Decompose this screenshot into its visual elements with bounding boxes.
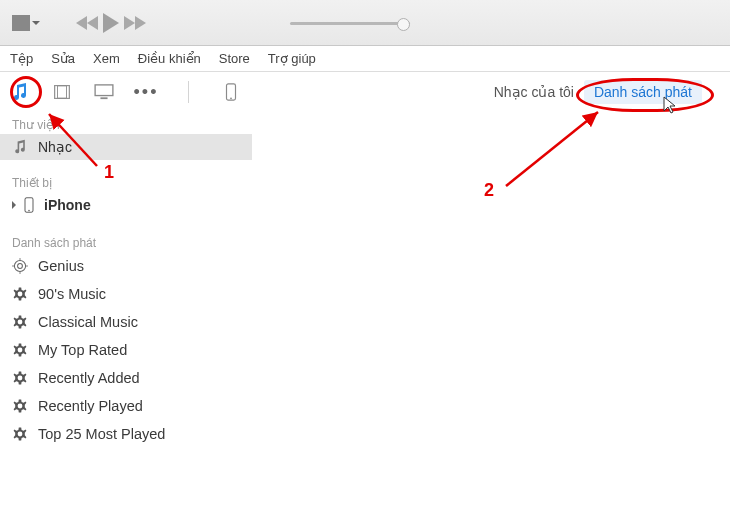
- sidebar-item-playlist[interactable]: 90's Music: [0, 280, 252, 308]
- sidebar-item-playlist[interactable]: Recently Added: [0, 364, 252, 392]
- sidebar-item-playlist[interactable]: Top 25 Most Played: [0, 420, 252, 448]
- sidebar-item-label: iPhone: [44, 197, 91, 213]
- svg-point-17: [18, 348, 23, 353]
- playlist-list: Genius 90's Music Classical Music My Top…: [0, 252, 252, 448]
- svg-point-19: [18, 404, 23, 409]
- sidebar-item-label: 90's Music: [38, 286, 106, 302]
- music-icon[interactable]: [10, 83, 30, 101]
- volume-slider[interactable]: [290, 22, 410, 25]
- sidebar-item-label: Classical Music: [38, 314, 138, 330]
- playback-controls: [76, 13, 146, 33]
- svg-point-18: [18, 376, 23, 381]
- sidebar-item-device[interactable]: iPhone: [0, 192, 252, 218]
- media-type-switcher: •••: [10, 81, 241, 103]
- play-icon[interactable]: [103, 13, 119, 33]
- tab-playlists[interactable]: Danh sách phát: [584, 80, 702, 104]
- sidebar-item-label: Top 25 Most Played: [38, 426, 165, 442]
- sidebar-item-playlist[interactable]: My Top Rated: [0, 336, 252, 364]
- svg-point-10: [14, 260, 25, 271]
- movies-icon[interactable]: [52, 83, 72, 101]
- sidebar-section-library: Thư viện: [0, 112, 252, 134]
- music-note-icon: [12, 139, 28, 155]
- sidebar-item-genius[interactable]: Genius: [0, 252, 252, 280]
- annotation-number-1: 1: [104, 162, 114, 183]
- separator: [188, 81, 189, 103]
- svg-rect-3: [95, 85, 113, 96]
- svg-point-6: [230, 97, 232, 99]
- svg-point-15: [18, 292, 23, 297]
- tab-my-music[interactable]: Nhạc của tôi: [494, 84, 574, 100]
- sidebar-item-label: My Top Rated: [38, 342, 127, 358]
- gear-icon: [12, 286, 28, 302]
- menu-file[interactable]: Tệp: [10, 51, 33, 66]
- sidebar-section-devices: Thiết bị: [0, 170, 252, 192]
- sidebar-item-music[interactable]: Nhạc: [0, 134, 252, 160]
- menu-view[interactable]: Xem: [93, 51, 120, 66]
- gear-icon: [12, 426, 28, 442]
- menu-edit[interactable]: Sửa: [51, 51, 75, 66]
- svg-point-20: [18, 432, 23, 437]
- gear-icon: [12, 342, 28, 358]
- sidebar-item-playlist[interactable]: Recently Played: [0, 392, 252, 420]
- svg-point-16: [18, 320, 23, 325]
- menu-controls[interactable]: Điều khiển: [138, 51, 201, 66]
- svg-rect-4: [100, 97, 107, 99]
- gear-icon: [12, 370, 28, 386]
- svg-point-9: [18, 264, 23, 269]
- menu-store[interactable]: Store: [219, 51, 250, 66]
- annotation-arrow-2: [502, 104, 612, 194]
- sidebar-item-label: Genius: [38, 258, 84, 274]
- svg-point-8: [28, 210, 30, 212]
- more-icon[interactable]: •••: [136, 83, 156, 101]
- device-icon[interactable]: [221, 83, 241, 101]
- sidebar-section-playlists: Danh sách phát: [0, 230, 252, 252]
- menu-help[interactable]: Trợ giúp: [268, 51, 316, 66]
- toolbar: ••• Nhạc của tôi Danh sách phát: [0, 72, 730, 112]
- previous-track-icon[interactable]: [76, 16, 87, 30]
- view-tabs: Nhạc của tôi Danh sách phát: [494, 80, 720, 104]
- sidebar-item-label: Recently Played: [38, 398, 143, 414]
- playback-bar: [0, 0, 730, 46]
- annotation-number-2: 2: [484, 180, 494, 201]
- tv-shows-icon[interactable]: [94, 83, 114, 101]
- gear-icon: [12, 314, 28, 330]
- cursor-icon: [663, 96, 679, 116]
- svg-rect-1: [55, 86, 58, 99]
- next-track-icon[interactable]: [135, 16, 146, 30]
- genius-icon: [12, 258, 28, 274]
- sidebar-item-label: Nhạc: [38, 139, 72, 155]
- gear-icon: [12, 398, 28, 414]
- sidebar-item-playlist[interactable]: Classical Music: [0, 308, 252, 336]
- menu-bar: Tệp Sửa Xem Điều khiển Store Trợ giúp: [0, 46, 730, 72]
- sidebar-item-label: Recently Added: [38, 370, 140, 386]
- sidebar: Thư viện Nhạc Thiết bị iPhone Danh sách …: [0, 112, 252, 523]
- phone-icon: [24, 197, 34, 213]
- svg-rect-2: [67, 86, 70, 99]
- window-menu-icon[interactable]: [12, 15, 30, 31]
